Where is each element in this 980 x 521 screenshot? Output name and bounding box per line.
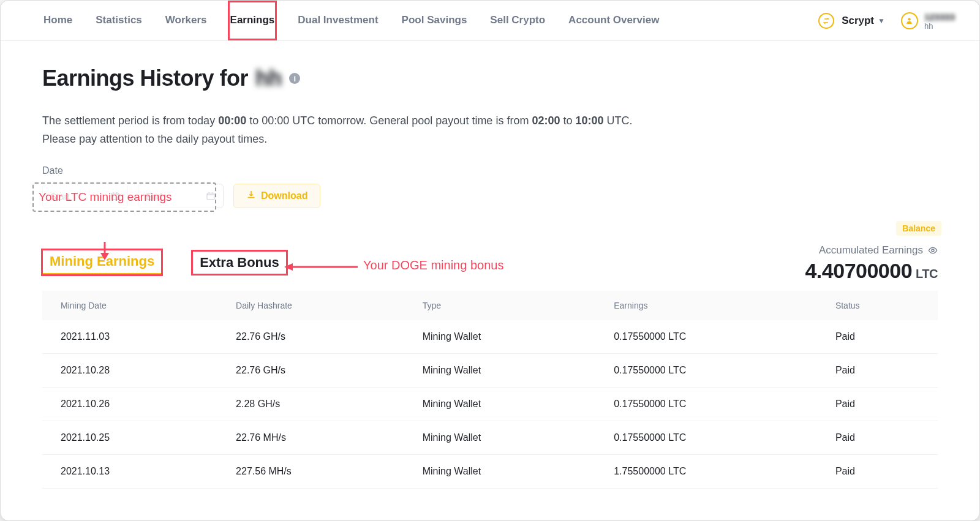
eye-icon[interactable] — [928, 246, 938, 255]
svg-point-5 — [932, 249, 934, 252]
annotation-doge-bonus: Your DOGE mining bonus — [363, 258, 503, 272]
column-header: Daily Hashrate — [221, 291, 408, 320]
cell-status: Paid — [821, 354, 938, 388]
page-title-account: hh — [255, 66, 282, 91]
table-row: 2021.11.0322.76 GH/sMining Wallet0.17550… — [42, 320, 938, 354]
date-row: Start End Download Your LTC mining earni… — [42, 184, 938, 208]
chevron-down-icon: ▼ — [878, 17, 885, 25]
annotation-arrow-left-icon — [284, 261, 358, 273]
cell-type: Mining Wallet — [408, 354, 599, 388]
account-name-masked: 123333 — [924, 12, 955, 22]
accumulated-value: 4.40700000 — [805, 259, 912, 282]
algorithm-label: Scrypt — [842, 15, 874, 27]
annotation-ltc-earnings: Your LTC mining earnings — [32, 182, 216, 212]
cell-type: Mining Wallet — [408, 421, 599, 455]
svg-marker-7 — [100, 253, 109, 260]
table-row: 2021.10.262.28 GH/sMining Wallet0.175500… — [42, 388, 938, 421]
accumulated-label: Accumulated Earnings — [819, 244, 923, 257]
nav-item-sell-crypto[interactable]: Sell Crypto — [489, 2, 546, 39]
date-label: Date — [42, 165, 938, 176]
column-header: Mining Date — [42, 291, 221, 320]
cell-earn: 1.75500000 LTC — [599, 455, 821, 489]
tab-extra-bonus[interactable]: Extra Bonus — [192, 251, 287, 274]
cell-type: Mining Wallet — [408, 320, 599, 354]
info-icon[interactable]: i — [289, 73, 300, 84]
table-row: 2021.10.13227.56 MH/sMining Wallet1.7550… — [42, 455, 938, 489]
table-header-row: Mining DateDaily HashrateTypeEarningsSta… — [42, 291, 938, 320]
svg-marker-4 — [284, 263, 293, 271]
nav-items: HomeStatisticsWorkersEarningsDual Invest… — [42, 2, 660, 39]
user-icon — [901, 12, 918, 29]
cell-date: 2021.10.28 — [42, 354, 221, 388]
page-title: Earnings History for hh i — [42, 66, 938, 91]
cell-date: 2021.10.26 — [42, 388, 221, 421]
annotation-arrow-down-icon — [99, 242, 111, 264]
nav-item-pool-savings[interactable]: Pool Savings — [401, 2, 469, 39]
page-title-prefix: Earnings History for — [42, 66, 248, 91]
nav-item-account-overview[interactable]: Account Overview — [567, 2, 660, 39]
cell-date: 2021.10.13 — [42, 455, 221, 489]
top-nav: HomeStatisticsWorkersEarningsDual Invest… — [1, 1, 979, 41]
earnings-table: Mining DateDaily HashrateTypeEarningsSta… — [42, 291, 938, 489]
algorithm-selector[interactable]: Scrypt ▼ — [818, 13, 885, 29]
cell-hash: 227.56 MH/s — [221, 455, 408, 489]
download-label: Download — [261, 190, 307, 201]
download-icon — [246, 190, 256, 202]
cell-earn: 0.17550000 LTC — [599, 354, 821, 388]
cell-date: 2021.11.03 — [42, 320, 221, 354]
balance-badge[interactable]: Balance — [896, 221, 941, 236]
cell-type: Mining Wallet — [408, 388, 599, 421]
cell-earn: 0.17550000 LTC — [599, 388, 821, 421]
nav-item-home[interactable]: Home — [42, 2, 74, 39]
cell-status: Paid — [821, 388, 938, 421]
accumulated-unit: LTC — [916, 267, 938, 280]
cell-hash: 2.28 GH/s — [221, 388, 408, 421]
settlement-note: The settlement period is from today 00:0… — [42, 112, 777, 148]
cell-status: Paid — [821, 455, 938, 489]
cell-type: Mining Wallet — [408, 455, 599, 489]
svg-point-0 — [908, 18, 911, 20]
cell-status: Paid — [821, 320, 938, 354]
accumulated-earnings: Accumulated Earnings 4.40700000LTC — [805, 244, 938, 283]
nav-item-dual-investment[interactable]: Dual Investment — [296, 2, 379, 39]
download-button[interactable]: Download — [233, 184, 320, 208]
cell-status: Paid — [821, 421, 938, 455]
table-row: 2021.10.2522.76 MH/sMining Wallet0.17550… — [42, 421, 938, 455]
cell-hash: 22.76 MH/s — [221, 421, 408, 455]
nav-item-workers[interactable]: Workers — [164, 2, 208, 39]
cell-date: 2021.10.25 — [42, 421, 221, 455]
nav-item-statistics[interactable]: Statistics — [94, 2, 143, 39]
swap-icon — [818, 13, 834, 29]
cell-hash: 22.76 GH/s — [221, 320, 408, 354]
nav-item-earnings[interactable]: Earnings — [229, 2, 276, 39]
cell-earn: 0.17550000 LTC — [599, 421, 821, 455]
cell-hash: 22.76 GH/s — [221, 354, 408, 388]
account-sub: hh — [924, 22, 955, 30]
cell-earn: 0.17550000 LTC — [599, 320, 821, 354]
table-body: 2021.11.0322.76 GH/sMining Wallet0.17550… — [42, 320, 938, 489]
column-header: Type — [408, 291, 599, 320]
table-row: 2021.10.2822.76 GH/sMining Wallet0.17550… — [42, 354, 938, 388]
column-header: Earnings — [599, 291, 821, 320]
account-switcher[interactable]: 123333 hh — [901, 12, 955, 30]
column-header: Status — [821, 291, 938, 320]
